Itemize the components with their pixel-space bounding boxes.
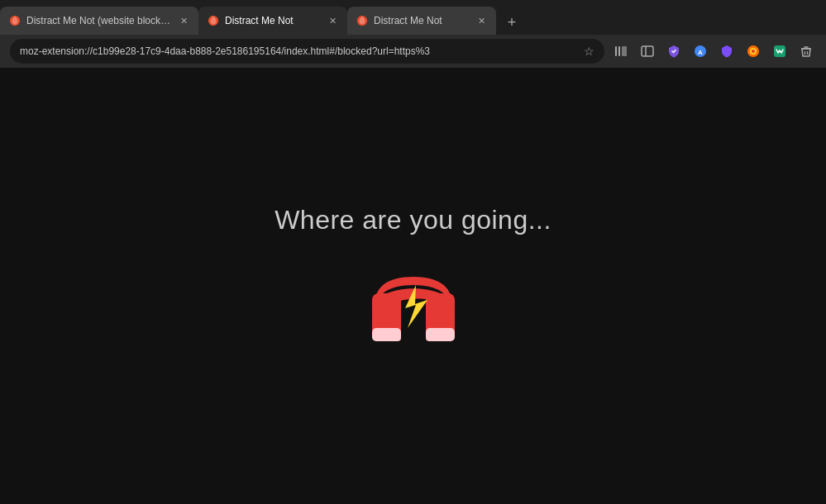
firefox-icon[interactable] [743,41,763,61]
svg-rect-6 [642,46,653,56]
svg-rect-24 [426,328,455,341]
tab-2-favicon [207,14,220,27]
magnet-logo [360,260,467,368]
trash-icon[interactable] [796,41,816,61]
tab-3-title: Distract Me Not [374,15,470,26]
svg-rect-3 [615,46,617,56]
tab-2[interactable]: Distract Me Not ✕ [198,7,347,35]
svg-rect-5 [622,46,627,56]
url-bar: moz-extension://c1b99e28-17c9-4daa-b888-… [0,35,826,68]
new-tab-button[interactable]: + [499,10,524,35]
svg-rect-23 [372,328,401,341]
monster-icon[interactable] [770,41,790,61]
svg-text:A: A [698,49,703,56]
toolbar-icons: A [611,41,816,61]
tab-1[interactable]: Distract Me Not (website blocke... ✕ [0,7,198,35]
translate-icon[interactable]: A [690,41,710,61]
url-text: moz-extension://c1b99e28-17c9-4daa-b888-… [20,45,577,57]
magnet-svg [360,260,467,368]
vpn-icon[interactable] [664,41,684,61]
blocked-heading: Where are you going... [275,205,551,235]
tab-3-favicon [356,14,369,27]
library-icon[interactable] [611,41,631,61]
svg-rect-4 [618,46,620,56]
main-content: Where are you going... [0,68,826,504]
sidebar-icon[interactable] [637,41,657,61]
svg-point-12 [752,50,755,53]
url-input-wrap[interactable]: moz-extension://c1b99e28-17c9-4daa-b888-… [10,39,604,64]
tab-1-title: Distract Me Not (website blocke... [26,15,172,26]
tab-bar: Distract Me Not (website blocke... ✕ Dis… [0,0,826,35]
tab-1-favicon [8,14,21,27]
tab-2-close[interactable]: ✕ [326,14,339,27]
tab-3-close[interactable]: ✕ [475,14,488,27]
tab-1-close[interactable]: ✕ [177,14,190,27]
shield-icon[interactable] [717,41,737,61]
tab-2-title: Distract Me Not [225,15,321,26]
browser-chrome: Distract Me Not (website blocke... ✕ Dis… [0,0,826,68]
tab-3[interactable]: Distract Me Not ✕ [347,7,496,35]
star-icon[interactable]: ☆ [584,45,594,58]
